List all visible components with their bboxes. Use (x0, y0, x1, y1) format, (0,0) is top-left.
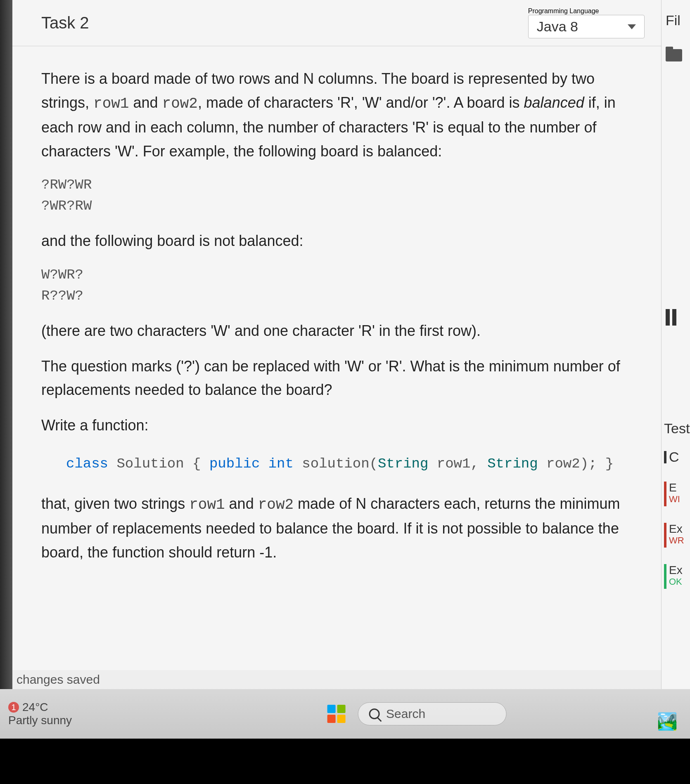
folder-icon[interactable] (666, 49, 682, 61)
example-2: W?WR? R??W? (41, 264, 632, 307)
paragraph-3: (there are two characters 'W' and one ch… (41, 319, 632, 343)
bottom-bezel (0, 739, 690, 784)
balanced-term: balanced (524, 94, 584, 111)
search-icon (369, 708, 379, 719)
taskbar-search[interactable]: Search (358, 702, 506, 725)
function-signature: class Solution { public int solution(Str… (41, 449, 632, 479)
test-result-1[interactable]: EWI (662, 482, 690, 506)
header-bar: Task 2 Programming Language Java 8 (12, 0, 661, 46)
paragraph-6: that, given two strings row1 and row2 ma… (41, 492, 632, 564)
left-bezel (0, 0, 12, 689)
pause-icon[interactable] (666, 309, 690, 326)
temperature: 24°C (22, 701, 48, 714)
status-bar: changes saved (12, 670, 661, 689)
language-caption: Programming Language (528, 7, 645, 15)
test-custom-row[interactable]: C (662, 449, 690, 465)
paragraph-4: The question marks ('?') can be replaced… (41, 354, 632, 402)
problem-description: There is a board made of two rows and N … (12, 46, 661, 670)
windows-taskbar[interactable]: 1 24°C Partly sunny Search 🏞️ (0, 689, 690, 739)
right-panel: Fil Test C EWI ExWR ExOK (661, 0, 690, 689)
chevron-down-icon (628, 24, 636, 29)
task-title: Task 2 (41, 14, 89, 32)
var-row2: row2 (162, 95, 198, 112)
language-dropdown[interactable]: Java 8 (528, 15, 645, 38)
windows-start-icon[interactable] (327, 705, 345, 723)
test-section-label: Test (662, 420, 690, 437)
paragraph-2: and the following board is not balanced: (41, 229, 632, 253)
notification-badge: 1 (8, 702, 19, 713)
paragraph-5: Write a function: (41, 413, 632, 437)
paragraph-intro: There is a board made of two rows and N … (41, 67, 632, 163)
test-result-3[interactable]: ExOK (662, 564, 690, 589)
tray-illustration: 🏞️ (657, 712, 678, 731)
language-value: Java 8 (537, 19, 578, 35)
files-tab[interactable]: Fil (662, 8, 690, 41)
var-row1: row1 (93, 95, 129, 112)
weather-widget[interactable]: 1 24°C Partly sunny (8, 701, 72, 727)
test-result-2[interactable]: ExWR (662, 523, 690, 548)
example-1: ?RW?WR ?WR?RW (41, 175, 632, 217)
search-placeholder: Search (386, 707, 425, 721)
weather-condition: Partly sunny (8, 714, 72, 727)
